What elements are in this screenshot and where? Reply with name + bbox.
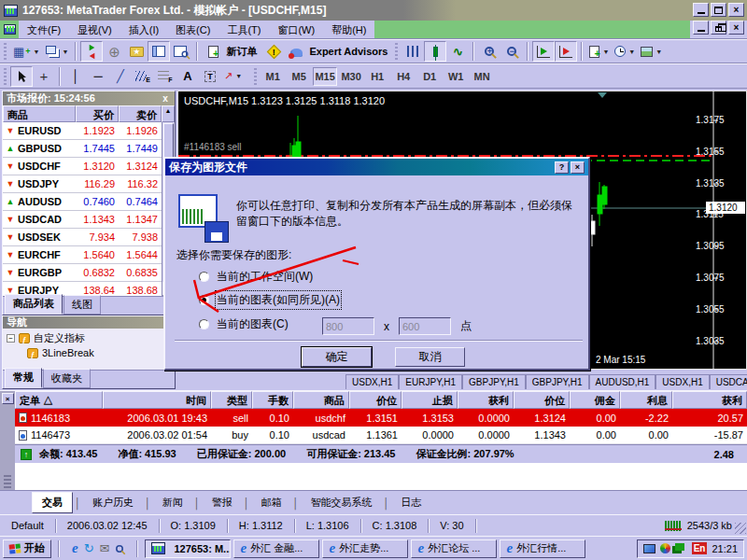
- taskbar-button-1[interactable]: e外汇 金融...: [233, 539, 319, 558]
- display-tray-icon[interactable]: [643, 544, 655, 553]
- taskbar-button-3[interactable]: e外汇论坛 ...: [411, 539, 497, 558]
- toolbar-grip[interactable]: [4, 68, 7, 85]
- channel-button[interactable]: E: [132, 66, 154, 87]
- start-button[interactable]: 开始: [3, 539, 51, 558]
- terminal-tab-0[interactable]: 交易: [32, 492, 73, 513]
- internet-explorer-icon[interactable]: e: [72, 540, 78, 556]
- text-tool-button[interactable]: A: [176, 66, 199, 87]
- terminal-column-5[interactable]: 价位: [349, 391, 402, 409]
- period-button-h4[interactable]: H4: [391, 67, 416, 86]
- market-watch-row[interactable]: ▼EURCHF1.56401.5644: [3, 246, 162, 264]
- candlestick-chart-button[interactable]: [424, 41, 446, 62]
- terminal-column-6[interactable]: 止损: [402, 391, 458, 409]
- tree-item-3linebreak[interactable]: ƒ 3LineBreak: [7, 345, 173, 360]
- terminal-grip[interactable]: [4, 475, 11, 488]
- terminal-column-4[interactable]: 商品: [293, 391, 349, 409]
- zoom-in-button[interactable]: +: [478, 41, 500, 62]
- horizontal-line-button[interactable]: ─: [87, 66, 109, 87]
- line-chart-button[interactable]: ∿: [446, 41, 469, 62]
- mail-icon[interactable]: ✉: [100, 542, 110, 554]
- column-ask[interactable]: 卖价: [119, 105, 162, 122]
- market-watch-row[interactable]: ▲AUDUSD0.74600.7464: [3, 193, 162, 211]
- expert-advisors-label[interactable]: Expert Advisors: [309, 46, 388, 57]
- column-symbol[interactable]: 商品: [3, 105, 76, 122]
- bar-chart-button[interactable]: [402, 41, 424, 62]
- chart-window-icon[interactable]: [0, 21, 19, 38]
- radio-icon[interactable]: [199, 295, 209, 305]
- indicators-button[interactable]: +▼: [586, 41, 612, 62]
- market-watch-row[interactable]: ▼EURGBP0.68320.6835: [3, 264, 162, 282]
- period-button-m1[interactable]: M1: [261, 67, 285, 86]
- dialog-close-button[interactable]: ×: [571, 161, 585, 174]
- ok-button[interactable]: 确定: [302, 347, 372, 367]
- height-input[interactable]: [399, 317, 451, 335]
- favorites-button[interactable]: ★: [125, 41, 148, 62]
- terminal-tab-3[interactable]: 警报: [203, 493, 242, 512]
- radio-label[interactable]: 当前的图表(C): [217, 316, 289, 332]
- terminal-tab-4[interactable]: 邮箱: [252, 493, 291, 512]
- period-button-h1[interactable]: H1: [365, 67, 389, 86]
- minimize-button[interactable]: [693, 3, 709, 17]
- terminal-column-0[interactable]: 定单 △: [15, 391, 103, 409]
- radio-icon[interactable]: [199, 272, 209, 282]
- data-window-button[interactable]: [170, 41, 192, 62]
- tab-商品列表[interactable]: 商品列表: [5, 294, 63, 315]
- zoom-out-button[interactable]: −: [500, 41, 523, 62]
- radio-icon[interactable]: [199, 319, 209, 329]
- market-watch-close-icon[interactable]: x: [160, 93, 171, 104]
- taskbar-button-0[interactable]: 127653: M...: [145, 539, 231, 558]
- market-watch-row[interactable]: ▼EURUSD1.19231.1926: [3, 122, 162, 140]
- close-button[interactable]: ×: [728, 3, 744, 17]
- terminal-column-11[interactable]: 获利: [672, 391, 747, 409]
- toolbar-grip[interactable]: [254, 68, 257, 85]
- scroll-up-icon[interactable]: ▲: [162, 105, 175, 122]
- toolbar-grip[interactable]: [4, 43, 7, 60]
- column-bid[interactable]: 买价: [76, 105, 119, 122]
- terminal-column-7[interactable]: 获利: [458, 391, 514, 409]
- crosshair-tool-button[interactable]: +: [33, 66, 55, 87]
- terminal-column-3[interactable]: 手数: [252, 391, 293, 409]
- child-restore-button[interactable]: [711, 21, 726, 35]
- market-watch-row[interactable]: ▼USDCHF1.31201.3124: [3, 158, 162, 175]
- terminal-column-8[interactable]: 价位: [514, 391, 570, 409]
- menu-item[interactable]: 窗口(W): [269, 21, 323, 38]
- market-watch-row[interactable]: ▼USDJPY116.29116.32: [3, 175, 162, 193]
- text-label-button[interactable]: T: [199, 66, 221, 87]
- new-order-button[interactable]: +: [202, 41, 224, 62]
- chart-tab-AUDUSDH1[interactable]: AUDUSD,H1: [589, 374, 656, 389]
- expert-advisors-button[interactable]: [285, 41, 307, 62]
- terminal-tab-2[interactable]: 新闻: [153, 493, 192, 512]
- cursor-tool-button[interactable]: [10, 66, 33, 87]
- chart-tab-GBPJPYH1[interactable]: GBPJPY,H1: [526, 374, 589, 389]
- search-icon[interactable]: [116, 545, 123, 553]
- radio-option-custom-chart[interactable]: 当前的图表(C): [199, 316, 289, 331]
- vertical-line-button[interactable]: │: [64, 66, 87, 87]
- child-minimize-button[interactable]: [693, 21, 709, 35]
- tab-收藏夹[interactable]: 收藏夹: [43, 369, 91, 388]
- menu-item[interactable]: 帮助(H): [323, 21, 374, 38]
- chart-shift-end-button[interactable]: [555, 41, 577, 62]
- dialog-help-button[interactable]: ?: [555, 161, 569, 174]
- periods-button[interactable]: ▼: [612, 41, 638, 62]
- chart-tab-USDCADH1[interactable]: USDCAD,H1: [710, 374, 747, 389]
- menu-item[interactable]: 显视(V): [69, 21, 120, 38]
- chart-tab-USDXH1[interactable]: USDX,H1: [345, 374, 399, 389]
- period-button-w1[interactable]: W1: [444, 67, 468, 86]
- market-watch-toggle-button[interactable]: [148, 41, 170, 62]
- cancel-button[interactable]: 取消: [395, 347, 465, 367]
- resize-grip[interactable]: [735, 523, 746, 534]
- period-button-m30[interactable]: M30: [339, 67, 363, 86]
- auto-scroll-button[interactable]: [532, 41, 555, 62]
- radio-option-active-chart[interactable]: 当前的图表(如同所见)(A): [199, 292, 340, 307]
- trendline-button[interactable]: ╱: [109, 66, 132, 87]
- refresh-icon[interactable]: ↻: [84, 542, 94, 554]
- order-row[interactable]: 11464732006.03.02 01:54buy0.10usdcad1.13…: [15, 427, 747, 444]
- templates-button[interactable]: ▼: [638, 41, 665, 62]
- menu-item[interactable]: 工具(T): [218, 21, 269, 38]
- terminal-tab-1[interactable]: 账户历史: [83, 493, 143, 512]
- chart-tab-USDXH1[interactable]: USDX,H1: [655, 374, 709, 389]
- menu-item[interactable]: 图表(C): [167, 21, 218, 38]
- language-indicator[interactable]: En: [692, 542, 708, 554]
- period-button-m15[interactable]: M15: [313, 67, 337, 86]
- terminal-column-1[interactable]: 时间: [103, 391, 211, 409]
